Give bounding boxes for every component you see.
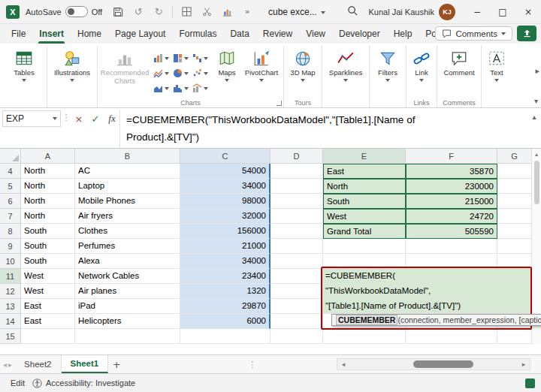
sparklines-button[interactable]: Sparklines bbox=[325, 47, 367, 82]
cell-C10[interactable]: 34000 bbox=[180, 254, 270, 269]
redo-button[interactable]: ↻ bbox=[152, 5, 165, 19]
row-header-13[interactable]: 13 bbox=[0, 299, 21, 314]
cell-C9[interactable]: 21000 bbox=[180, 239, 270, 254]
cell-G15[interactable] bbox=[497, 329, 532, 344]
ribbon-tab-page-layout[interactable]: Page Layout bbox=[108, 24, 172, 44]
confirm-entry-button[interactable]: ✓ bbox=[88, 111, 103, 126]
cell-F8[interactable]: 505590 bbox=[406, 224, 497, 239]
pivotchart-button[interactable]: PivotChart bbox=[242, 47, 281, 82]
horizontal-scroll-track[interactable] bbox=[349, 359, 518, 369]
ribbon-tab-developer[interactable]: Developer bbox=[332, 24, 387, 44]
combo-chart-button[interactable] bbox=[191, 81, 210, 95]
scroll-left-button[interactable]: ◂ bbox=[337, 360, 349, 368]
row-header-5[interactable]: 5 bbox=[0, 179, 21, 194]
column-header-E[interactable]: E bbox=[323, 149, 406, 164]
prev-sheet-button[interactable]: ◂ bbox=[3, 360, 7, 369]
horizontal-scrollbar[interactable]: ◂ ▸ bbox=[337, 358, 530, 370]
maps-button[interactable]: Maps bbox=[212, 47, 242, 82]
filters-button[interactable]: Filters bbox=[372, 47, 403, 82]
cell-D6[interactable] bbox=[270, 194, 323, 209]
row-header-14[interactable]: 14 bbox=[0, 314, 21, 329]
cell-D13[interactable] bbox=[270, 299, 323, 314]
ribbon-tab-review[interactable]: Review bbox=[256, 24, 299, 44]
minimize-button[interactable]: − bbox=[464, 0, 490, 24]
ribbon-tab-data[interactable]: Data bbox=[223, 24, 255, 44]
cell-B14[interactable]: Helicopters bbox=[75, 314, 180, 329]
sheet-tab-sheet2[interactable]: Sheet2 bbox=[15, 355, 61, 373]
ribbon-tab-help[interactable]: Help bbox=[387, 24, 419, 44]
cell-G7[interactable] bbox=[497, 209, 532, 224]
cell-C5[interactable]: 34000 bbox=[180, 179, 270, 194]
ribbon-collapse-icon[interactable]: ▾ bbox=[534, 97, 538, 105]
cell-D8[interactable] bbox=[270, 224, 323, 239]
row-header-4[interactable]: 4 bbox=[0, 164, 21, 179]
comments-button[interactable]: Comments bbox=[435, 26, 512, 41]
document-title[interactable]: cube exce... bbox=[268, 7, 325, 17]
formula-input[interactable]: =CUBEMEMBER("ThisWorkbookDataModel","[Ta… bbox=[119, 110, 527, 148]
cell-F5[interactable]: 230000 bbox=[406, 179, 497, 194]
pie-chart-button[interactable] bbox=[171, 66, 190, 80]
row-header-15[interactable]: 15 bbox=[0, 329, 21, 344]
waterfall-chart-button[interactable] bbox=[191, 51, 210, 65]
cell-A11[interactable]: West bbox=[21, 269, 75, 284]
hierarchy-chart-button[interactable] bbox=[171, 51, 190, 65]
cell-D5[interactable] bbox=[270, 179, 323, 194]
chart-button[interactable] bbox=[220, 5, 234, 19]
cell-A8[interactable]: South bbox=[21, 224, 75, 239]
horizontal-scroll-thumb[interactable] bbox=[413, 360, 473, 368]
ribbon-tab-insert[interactable]: Insert bbox=[32, 24, 71, 44]
row-header-10[interactable]: 10 bbox=[0, 254, 21, 269]
cell-E5[interactable]: North bbox=[323, 179, 406, 194]
qat-overflow-button[interactable]: » bbox=[240, 5, 254, 19]
status-green-icon[interactable] bbox=[525, 378, 535, 388]
cell-E8[interactable]: Grand Total bbox=[323, 224, 406, 239]
cell-D10[interactable] bbox=[270, 254, 323, 269]
cell-G8[interactable] bbox=[497, 224, 532, 239]
cell-G5[interactable] bbox=[497, 179, 532, 194]
search-button[interactable] bbox=[347, 5, 358, 19]
column-header-C[interactable]: C bbox=[180, 149, 270, 164]
cell-B9[interactable]: Perfumes bbox=[75, 239, 180, 254]
insert-function-button[interactable]: fx bbox=[104, 111, 119, 126]
scroll-up-button[interactable]: ▴ bbox=[535, 149, 538, 159]
autosave-toggle[interactable] bbox=[65, 6, 88, 17]
cell-C4[interactable]: 54000 bbox=[180, 164, 270, 179]
cancel-entry-button[interactable]: × bbox=[71, 111, 86, 126]
cell-D12[interactable] bbox=[270, 284, 323, 299]
row-header-7[interactable]: 7 bbox=[0, 209, 21, 224]
cell-E4[interactable]: East bbox=[323, 164, 406, 179]
cell-C6[interactable]: 98000 bbox=[180, 194, 270, 209]
save-button[interactable] bbox=[111, 5, 125, 19]
cell-B4[interactable]: AC bbox=[75, 164, 180, 179]
scatter-chart-button[interactable] bbox=[191, 66, 210, 80]
cell-B12[interactable]: Air planes bbox=[75, 284, 180, 299]
column-header-F[interactable]: F bbox=[406, 149, 497, 164]
cell-D4[interactable] bbox=[270, 164, 323, 179]
cell-A12[interactable]: West bbox=[21, 284, 75, 299]
cell-D7[interactable] bbox=[270, 209, 323, 224]
column-header-B[interactable]: B bbox=[75, 149, 180, 164]
cell-C15[interactable] bbox=[180, 329, 270, 344]
text-button[interactable]: Text bbox=[484, 47, 509, 82]
cell-C12[interactable]: 1320 bbox=[180, 284, 270, 299]
cell-F15[interactable] bbox=[406, 329, 497, 344]
cell-A15[interactable] bbox=[21, 329, 75, 344]
row-header-9[interactable]: 9 bbox=[0, 239, 21, 254]
next-sheet-button[interactable]: ▸ bbox=[8, 360, 12, 369]
cell-F6[interactable]: 215000 bbox=[406, 194, 497, 209]
select-all-corner[interactable] bbox=[0, 149, 21, 164]
close-button[interactable]: × bbox=[515, 0, 541, 24]
charts-dialog-launcher[interactable] bbox=[277, 101, 282, 106]
cell-E15[interactable] bbox=[323, 329, 406, 344]
ribbon-tab-view[interactable]: View bbox=[299, 24, 332, 44]
cell-A4[interactable]: North bbox=[21, 164, 75, 179]
ribbon-scroll-right-button[interactable]: ▸ bbox=[535, 66, 539, 76]
recommended-charts-button[interactable]: Recommended Charts bbox=[100, 47, 150, 86]
sheet-tab-sheet1[interactable]: Sheet1 bbox=[62, 355, 109, 373]
cell-E9[interactable] bbox=[323, 239, 406, 254]
cell-C7[interactable]: 32000 bbox=[180, 209, 270, 224]
vertical-scroll-thumb[interactable] bbox=[534, 161, 539, 204]
row-header-8[interactable]: 8 bbox=[0, 224, 21, 239]
cell-G6[interactable] bbox=[497, 194, 532, 209]
cell-B13[interactable]: iPad bbox=[75, 299, 180, 314]
